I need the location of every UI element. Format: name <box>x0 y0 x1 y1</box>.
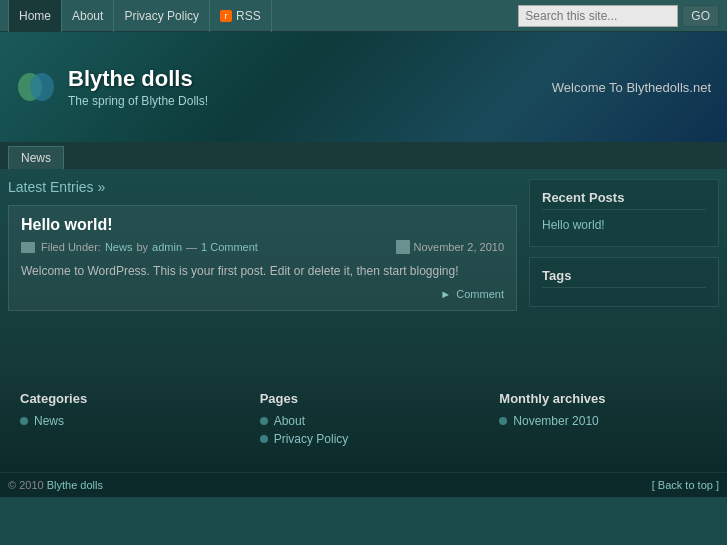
meta-separator: — <box>186 241 197 253</box>
calendar-icon <box>396 240 410 254</box>
author-link[interactable]: admin <box>152 241 182 253</box>
post-meta-left: Filed Under: News by admin — 1 Comment <box>21 241 258 253</box>
monthly-archives-widget: Monthly archives November 2010 <box>487 381 719 460</box>
site-tagline: The spring of Blythe Dolls! <box>68 94 208 108</box>
latest-header: Latest Entries » <box>8 179 517 195</box>
recent-post-hello-world[interactable]: Hello world! <box>542 218 706 232</box>
page-privacy-link[interactable]: Privacy Policy <box>274 432 349 446</box>
search-area: GO <box>518 5 719 27</box>
logo-icon <box>16 67 56 107</box>
post-content: Welcome to WordPress. This is your first… <box>21 262 504 280</box>
bullet-icon <box>260 417 268 425</box>
tags-box: Tags <box>529 257 719 307</box>
copyright-text: © 2010 <box>8 479 44 491</box>
monthly-archives-title: Monthly archives <box>499 391 707 406</box>
logo-area: Blythe dolls The spring of Blythe Dolls! <box>16 66 208 108</box>
site-title: Blythe dolls <box>68 66 208 92</box>
by-label: by <box>136 241 148 253</box>
bullet-icon <box>499 417 507 425</box>
bullet-icon <box>260 435 268 443</box>
archive-nov-2010-item: November 2010 <box>499 414 707 428</box>
back-to-top-link[interactable]: [ Back to top ] <box>652 479 719 491</box>
page-about-link[interactable]: About <box>274 414 305 428</box>
post-title: Hello world! <box>21 216 504 234</box>
latest-prefix: Latest <box>8 179 46 195</box>
post-meta: Filed Under: News by admin — 1 Comment N… <box>21 240 504 254</box>
footer-site-link[interactable]: Blythe dolls <box>47 479 103 491</box>
folder-icon <box>21 242 35 253</box>
recent-posts-box: Recent Posts Hello world! <box>529 179 719 247</box>
entries-link[interactable]: Entries » <box>50 179 105 195</box>
category-link[interactable]: News <box>105 241 133 253</box>
comment-link[interactable]: ► Comment <box>440 288 504 300</box>
categories-widget: Categories News <box>8 381 240 460</box>
categories-title: Categories <box>20 391 228 406</box>
main-area: Latest Entries » Hello world! Filed Unde… <box>0 169 727 369</box>
post-footer: ► Comment <box>21 288 504 300</box>
content-area: Latest Entries » Hello world! Filed Unde… <box>8 179 529 359</box>
bottom-widgets: Categories News Pages About Privacy Poli… <box>0 369 727 472</box>
welcome-text: Welcome To Blythedolls.net <box>552 80 711 95</box>
recent-posts-title: Recent Posts <box>542 190 706 210</box>
footer-copyright: © 2010 Blythe dolls <box>8 479 103 491</box>
site-branding: Blythe dolls The spring of Blythe Dolls! <box>68 66 208 108</box>
news-tab[interactable]: News <box>8 146 64 169</box>
page-privacy-item: Privacy Policy <box>260 432 468 446</box>
bullet-icon <box>20 417 28 425</box>
category-news-link[interactable]: News <box>34 414 64 428</box>
hero-section: Blythe dolls The spring of Blythe Dolls!… <box>0 32 727 142</box>
archive-nov-2010-link[interactable]: November 2010 <box>513 414 598 428</box>
top-navigation: Home About Privacy Policy r RSS GO <box>0 0 727 32</box>
comment-arrow-icon: ► <box>440 288 451 300</box>
nav-home[interactable]: Home <box>8 0 62 32</box>
comment-label: Comment <box>456 288 504 300</box>
date-text: November 2, 2010 <box>414 241 505 253</box>
post-date: November 2, 2010 <box>396 240 505 254</box>
rss-icon: r <box>220 10 232 22</box>
sidebar: Recent Posts Hello world! Tags <box>529 179 719 359</box>
nav-about[interactable]: About <box>62 0 114 32</box>
comments-link[interactable]: 1 Comment <box>201 241 258 253</box>
pages-title: Pages <box>260 391 468 406</box>
search-button[interactable]: GO <box>682 5 719 27</box>
nav-rss-label: RSS <box>236 9 261 23</box>
filed-under-label: Filed Under: <box>41 241 101 253</box>
post-box: Hello world! Filed Under: News by admin … <box>8 205 517 311</box>
nav-privacy-policy[interactable]: Privacy Policy <box>114 0 210 32</box>
category-news-item: News <box>20 414 228 428</box>
svg-point-1 <box>30 73 54 101</box>
pages-widget: Pages About Privacy Policy <box>248 381 480 460</box>
news-tab-bar: News <box>0 142 727 169</box>
page-about-item: About <box>260 414 468 428</box>
nav-rss[interactable]: r RSS <box>210 0 272 32</box>
footer: © 2010 Blythe dolls [ Back to top ] <box>0 472 727 497</box>
search-input[interactable] <box>518 5 678 27</box>
tags-title: Tags <box>542 268 706 288</box>
